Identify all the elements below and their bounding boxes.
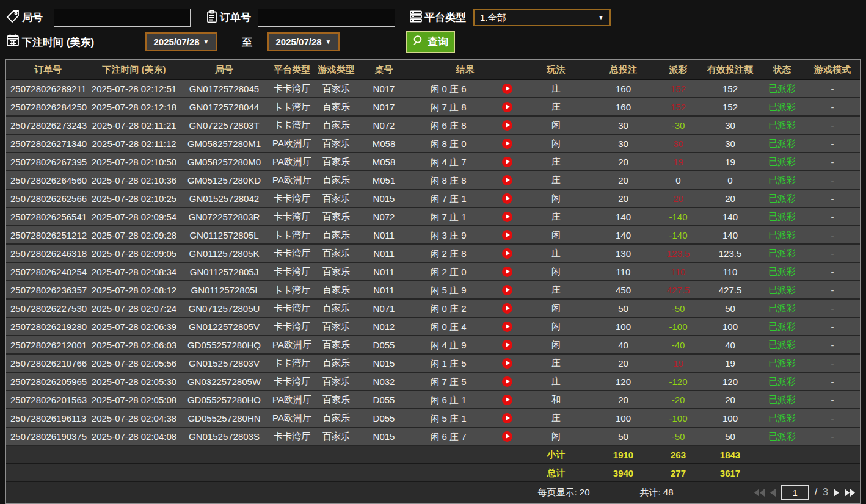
cell-status: 已派彩 xyxy=(759,244,805,262)
result-text: 闲 2 庄 8 xyxy=(409,245,487,262)
cell-bet-time: 2025-07-28 02:04:08 xyxy=(90,427,178,445)
cell-game-mode: - xyxy=(805,171,860,189)
play-result-icon[interactable] xyxy=(502,431,512,442)
total-count-label: 共计: 48 xyxy=(595,487,718,499)
date-to-picker[interactable]: 2025/07/28 ▼ xyxy=(267,32,340,51)
cell-valid-bet: 152 xyxy=(701,98,759,116)
table-row: 2507280262192802025-07-28 02:06:39GN0122… xyxy=(6,317,860,336)
cell-total-bet: 120 xyxy=(591,372,655,391)
cell-game-no: GN0112572805K xyxy=(178,244,270,262)
table-row: 2507280262059652025-07-28 02:05:30GN0322… xyxy=(6,372,860,391)
date-from-picker[interactable]: 2025/07/28 ▼ xyxy=(145,32,217,51)
cell-game-no: GM051257280KD xyxy=(178,171,270,189)
play-result-icon[interactable] xyxy=(502,303,512,314)
page-number-input[interactable] xyxy=(781,485,809,500)
cell-platform-type: 卡卡湾厅 xyxy=(270,226,314,244)
last-page-icon[interactable] xyxy=(845,489,855,497)
next-page-icon[interactable] xyxy=(834,489,839,497)
pagination-bar: 每页显示: 20 共计: 48 / 3 xyxy=(6,482,860,503)
cell-order-no: 250728026205965 xyxy=(6,372,90,391)
cell-bet-time: 2025-07-28 02:10:25 xyxy=(90,189,178,207)
cell-result: 闲 7 庄 5 xyxy=(409,372,521,391)
cell-total-bet: 140 xyxy=(591,207,655,226)
cell-bet-time: 2025-07-28 02:11:21 xyxy=(90,116,178,134)
cell-game-no: GN0712572805U xyxy=(178,299,270,317)
cell-order-no: 250728026262566 xyxy=(6,189,90,207)
cell-status: 已派彩 xyxy=(759,317,805,336)
play-result-icon[interactable] xyxy=(502,120,512,131)
play-result-icon[interactable] xyxy=(502,285,512,295)
cell-play-type: 庄 xyxy=(521,79,591,98)
bet-time-label: 下注时间 (美东) xyxy=(22,35,94,49)
play-result-icon[interactable] xyxy=(502,267,512,277)
play-result-icon[interactable] xyxy=(502,102,512,112)
col-header-play-type: 玩法 xyxy=(521,60,591,79)
cell-platform-type: 卡卡湾厅 xyxy=(270,372,314,391)
platform-type-select[interactable]: 1.全部 ▼ xyxy=(473,9,611,26)
play-result-icon[interactable] xyxy=(502,322,512,332)
play-result-icon[interactable] xyxy=(502,212,512,222)
table-row: 2507280262402542025-07-28 02:08:34GN0112… xyxy=(6,262,860,281)
play-result-icon[interactable] xyxy=(502,340,512,350)
result-text: 闲 7 庄 5 xyxy=(409,373,487,391)
cell-result: 闲 0 庄 6 xyxy=(409,79,521,98)
cell-play-type: 庄 xyxy=(521,207,591,226)
play-result-icon[interactable] xyxy=(502,230,512,240)
cell-order-no: 250728026196113 xyxy=(6,409,90,427)
cell-order-no: 250728026236357 xyxy=(6,281,90,299)
cell-game-type: 百家乐 xyxy=(314,317,358,336)
query-button[interactable]: 查询 xyxy=(406,31,455,53)
cell-bet-time: 2025-07-28 02:05:08 xyxy=(90,391,178,409)
play-result-icon[interactable] xyxy=(502,157,512,167)
cell-result: 闲 7 庄 1 xyxy=(409,207,521,226)
cell-bet-time: 2025-07-28 02:06:39 xyxy=(90,317,178,336)
play-result-icon[interactable] xyxy=(502,376,512,387)
cell-result: 闲 1 庄 5 xyxy=(409,354,521,372)
cell-game-no: GM058257280M1 xyxy=(178,134,270,153)
cell-game-type: 百家乐 xyxy=(314,409,358,427)
cell-payout: 152 xyxy=(655,79,701,98)
cell-total-bet: 20 xyxy=(591,153,655,171)
cell-total-bet: 20 xyxy=(591,391,655,409)
grand-total-spacer xyxy=(6,464,521,482)
game-no-input[interactable] xyxy=(54,9,191,27)
cell-bet-time: 2025-07-28 02:11:12 xyxy=(90,134,178,153)
cell-status: 已派彩 xyxy=(759,372,805,391)
cell-status: 已派彩 xyxy=(759,409,805,427)
play-result-icon[interactable] xyxy=(502,413,512,423)
cell-total-bet: 140 xyxy=(591,226,655,244)
cell-table-no: M051 xyxy=(358,171,409,189)
play-result-icon[interactable] xyxy=(502,193,512,204)
grand-total-payout: 277 xyxy=(655,464,701,482)
grand-total-spacer-end xyxy=(759,464,860,482)
play-result-icon[interactable] xyxy=(502,84,512,94)
subtotal-spacer-end xyxy=(759,445,860,464)
play-result-icon[interactable] xyxy=(502,248,512,259)
cell-bet-time: 2025-07-28 02:05:30 xyxy=(90,372,178,391)
date-to-label: 至 xyxy=(242,35,252,49)
cell-table-no: D055 xyxy=(358,409,409,427)
table-row: 2507280261903752025-07-28 02:04:08GN0152… xyxy=(6,427,860,445)
play-result-icon[interactable] xyxy=(502,139,512,149)
cell-game-mode: - xyxy=(805,98,860,116)
result-text: 闲 0 庄 4 xyxy=(409,318,487,336)
cell-game-mode: - xyxy=(805,153,860,171)
order-no-input[interactable] xyxy=(258,9,395,27)
cell-payout: -140 xyxy=(655,226,701,244)
cell-game-type: 百家乐 xyxy=(314,372,358,391)
prev-page-icon[interactable] xyxy=(770,489,776,497)
play-result-icon[interactable] xyxy=(502,358,512,369)
first-page-icon[interactable] xyxy=(754,489,765,497)
cell-game-type: 百家乐 xyxy=(314,171,358,189)
cell-platform-type: 卡卡湾厅 xyxy=(270,317,314,336)
platform-type-label: 平台类型 xyxy=(424,10,466,24)
play-result-icon[interactable] xyxy=(502,175,512,185)
col-header-total-bet: 总投注 xyxy=(591,60,655,79)
play-result-icon[interactable] xyxy=(502,395,512,405)
cell-payout: -120 xyxy=(655,372,701,391)
cell-bet-time: 2025-07-28 02:12:18 xyxy=(90,98,178,116)
result-text: 闲 5 庄 9 xyxy=(409,281,487,299)
cell-bet-time: 2025-07-28 02:08:34 xyxy=(90,262,178,281)
cell-bet-time: 2025-07-28 02:07:24 xyxy=(90,299,178,317)
cell-order-no: 250728026190375 xyxy=(6,427,90,445)
